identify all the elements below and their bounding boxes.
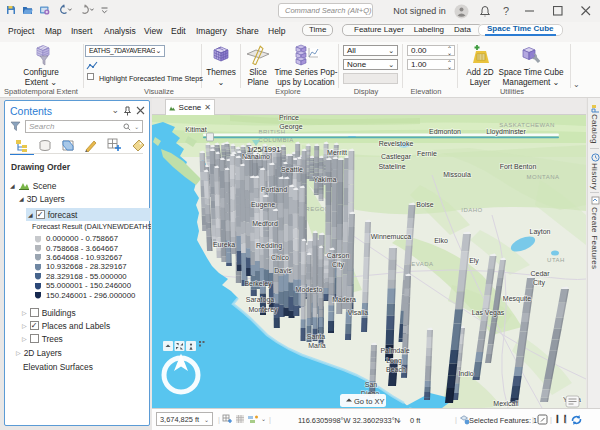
svg-text:Winnemucca: Winnemucca bbox=[371, 233, 412, 240]
svg-text:Chico: Chico bbox=[271, 254, 289, 261]
svg-text:Long: Long bbox=[386, 357, 402, 365]
svg-text:Kitimat: Kitimat bbox=[185, 126, 206, 133]
svg-text:Edmonton: Edmonton bbox=[429, 128, 461, 135]
svg-text:Maria: Maria bbox=[308, 342, 326, 349]
svg-text:Elko: Elko bbox=[434, 237, 448, 244]
svg-text:Lloydminster: Lloydminster bbox=[486, 128, 526, 136]
svg-text:Visalia: Visalia bbox=[348, 309, 369, 316]
svg-text:Carson: Carson bbox=[327, 252, 350, 259]
svg-text:Ely: Ely bbox=[469, 257, 479, 265]
svg-text:Mexicali: Mexicali bbox=[493, 400, 519, 407]
svg-text:MONTANA: MONTANA bbox=[526, 174, 559, 180]
svg-text:Santa: Santa bbox=[307, 333, 325, 340]
svg-text:Palmdale: Palmdale bbox=[380, 347, 409, 354]
svg-text:Beach: Beach bbox=[386, 366, 406, 373]
svg-text:1/25/1991: 1/25/1991 bbox=[247, 145, 280, 154]
svg-text:Nanaimo: Nanaimo bbox=[242, 153, 270, 160]
svg-text:Stateline: Stateline bbox=[378, 163, 405, 170]
svg-text:City: City bbox=[533, 279, 546, 287]
svg-text:Yakima: Yakima bbox=[314, 176, 337, 183]
svg-text:Revelstoke: Revelstoke bbox=[379, 140, 414, 147]
svg-text:Prince: Prince bbox=[279, 115, 299, 121]
svg-text:Monterey: Monterey bbox=[248, 306, 278, 314]
svg-text:Modesto: Modesto bbox=[296, 286, 323, 293]
svg-text:Berkeley: Berkeley bbox=[244, 280, 272, 288]
svg-text:Redding: Redding bbox=[256, 242, 282, 250]
svg-text:Missoula: Missoula bbox=[443, 171, 471, 178]
svg-text:Cedar: Cedar bbox=[530, 270, 550, 277]
svg-text:UTAH: UTAH bbox=[547, 257, 565, 263]
svg-text:Madera: Madera bbox=[332, 296, 356, 303]
svg-text:City: City bbox=[332, 261, 345, 269]
svg-text:Davis: Davis bbox=[274, 267, 292, 274]
svg-text:Layton: Layton bbox=[529, 228, 550, 236]
svg-text:George: George bbox=[279, 123, 302, 131]
svg-text:Merritt: Merritt bbox=[327, 149, 347, 156]
svg-text:Fort Benton: Fort Benton bbox=[500, 163, 537, 170]
svg-text:Eureka: Eureka bbox=[213, 241, 235, 248]
svg-text:Seattle: Seattle bbox=[281, 166, 303, 173]
svg-text:Castlegar: Castlegar bbox=[381, 153, 412, 161]
svg-text:San: San bbox=[365, 381, 378, 388]
svg-text:Eugene: Eugene bbox=[251, 201, 275, 209]
svg-text:Fernie: Fernie bbox=[417, 150, 437, 157]
svg-text:Las Vegas: Las Vegas bbox=[472, 309, 505, 317]
svg-text:Mesquite: Mesquite bbox=[503, 295, 532, 303]
svg-text:Go to XY: Go to XY bbox=[354, 397, 384, 406]
svg-text:Medford: Medford bbox=[252, 220, 278, 227]
svg-text:Saratoga: Saratoga bbox=[246, 296, 275, 304]
svg-text:IDAHO: IDAHO bbox=[461, 207, 483, 213]
svg-text:Portland: Portland bbox=[261, 186, 287, 193]
svg-text:Boise: Boise bbox=[416, 201, 434, 208]
svg-text:Indio: Indio bbox=[458, 370, 473, 377]
